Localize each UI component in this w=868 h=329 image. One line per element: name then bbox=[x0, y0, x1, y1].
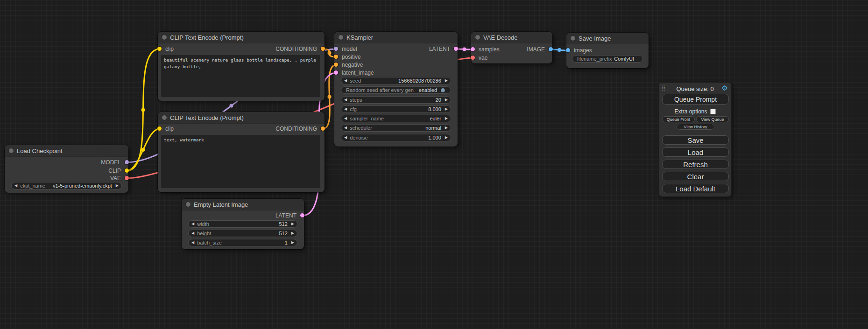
steps-widget[interactable]: steps 20 bbox=[341, 96, 451, 104]
increment-arrow-icon[interactable] bbox=[289, 221, 297, 227]
port-clip-input[interactable] bbox=[157, 47, 162, 51]
sampler-name-widget[interactable]: sampler_name euler bbox=[341, 115, 451, 122]
widget-label: sampler_name bbox=[350, 116, 384, 121]
decrement-arrow-icon[interactable] bbox=[189, 230, 197, 237]
decrement-arrow-icon[interactable] bbox=[341, 115, 350, 122]
widget-label: filename_prefix bbox=[577, 56, 612, 62]
decrement-arrow-icon[interactable] bbox=[341, 134, 350, 141]
scheduler-widget[interactable]: scheduler normal bbox=[341, 124, 451, 132]
node-title-bar[interactable]: VAE Decode bbox=[471, 32, 552, 43]
increment-arrow-icon[interactable] bbox=[442, 134, 451, 141]
decrement-arrow-icon[interactable] bbox=[341, 125, 350, 131]
link-midpoint-dot[interactable] bbox=[328, 95, 332, 99]
ckpt-name-widget[interactable]: ckpt_name v1-5-pruned-emaonly.ckpt bbox=[11, 182, 122, 189]
graph-canvas[interactable]: Load Checkpoint MODEL CLIP VAE ckpt_name… bbox=[0, 0, 868, 329]
node-vae-decode[interactable]: VAE Decode samples vae IMAGE bbox=[471, 32, 552, 63]
node-save-image[interactable]: Save Image images filename_prefix ComfyU… bbox=[566, 33, 649, 68]
link-midpoint-dot[interactable] bbox=[230, 104, 233, 108]
view-queue-button[interactable]: View Queue bbox=[696, 116, 729, 122]
clear-button[interactable]: Clear bbox=[662, 172, 729, 181]
settings-gear-icon[interactable] bbox=[722, 84, 728, 92]
node-title-bar[interactable]: Load Checkpoint bbox=[5, 145, 128, 157]
node-clip-text-encode-negative[interactable]: CLIP Text Encode (Prompt) clip CONDITION… bbox=[158, 112, 325, 192]
queue-prompt-button[interactable]: Queue Prompt bbox=[662, 94, 729, 105]
load-button[interactable]: Load bbox=[662, 147, 729, 157]
load-default-button[interactable]: Load Default bbox=[662, 184, 729, 193]
save-button[interactable]: Save bbox=[662, 135, 729, 145]
node-title-bar[interactable]: CLIP Text Encode (Prompt) bbox=[158, 112, 325, 124]
collapse-dot-icon[interactable] bbox=[162, 35, 167, 40]
node-ksampler[interactable]: KSampler model positive negative latent_… bbox=[334, 32, 458, 147]
link-midpoint-dot[interactable] bbox=[328, 51, 332, 55]
input-label-negative: negative bbox=[342, 61, 363, 69]
input-label-images: images bbox=[574, 47, 592, 54]
decrement-arrow-icon[interactable] bbox=[189, 221, 197, 227]
filename-prefix-widget[interactable]: filename_prefix ComfyUI bbox=[572, 55, 643, 63]
increment-arrow-icon[interactable] bbox=[442, 125, 451, 131]
collapse-dot-icon[interactable] bbox=[162, 115, 167, 120]
batch-size-widget[interactable]: batch_size 1 bbox=[188, 239, 297, 246]
port-vae-output[interactable] bbox=[125, 176, 129, 180]
node-clip-text-encode-positive[interactable]: CLIP Text Encode (Prompt) clip CONDITION… bbox=[158, 32, 325, 101]
refresh-button[interactable]: Refresh bbox=[662, 160, 729, 169]
collapse-dot-icon[interactable] bbox=[475, 35, 480, 40]
random-seed-toggle-widget[interactable]: Random seed after every gen enabled bbox=[341, 86, 451, 94]
increment-arrow-icon[interactable] bbox=[442, 97, 451, 103]
port-images-input[interactable] bbox=[566, 48, 570, 52]
cfg-widget[interactable]: cfg 8.000 bbox=[341, 105, 451, 113]
port-model-output[interactable] bbox=[125, 160, 129, 164]
collapse-dot-icon[interactable] bbox=[186, 202, 191, 207]
port-positive-input[interactable] bbox=[334, 55, 338, 59]
node-title-bar[interactable]: CLIP Text Encode (Prompt) bbox=[158, 32, 325, 43]
node-title-bar[interactable]: Empty Latent Image bbox=[182, 199, 304, 210]
collapse-dot-icon[interactable] bbox=[339, 35, 343, 40]
decrement-arrow-icon[interactable] bbox=[189, 239, 197, 246]
node-load-checkpoint[interactable]: Load Checkpoint MODEL CLIP VAE ckpt_name… bbox=[5, 145, 128, 193]
port-negative-input[interactable] bbox=[334, 63, 338, 67]
increment-arrow-icon[interactable] bbox=[289, 239, 297, 246]
collapse-dot-icon[interactable] bbox=[571, 36, 575, 41]
extra-options-checkbox[interactable] bbox=[710, 109, 716, 114]
width-widget[interactable]: width 512 bbox=[188, 220, 297, 228]
link-midpoint-dot[interactable] bbox=[463, 48, 466, 51]
toggle-knob-icon[interactable] bbox=[441, 88, 445, 92]
port-clip-output[interactable] bbox=[125, 168, 129, 173]
port-conditioning-output[interactable] bbox=[321, 126, 325, 131]
port-image-output[interactable] bbox=[549, 47, 553, 51]
port-latent-output[interactable] bbox=[454, 47, 458, 51]
link-midpoint-dot[interactable] bbox=[141, 148, 145, 152]
link-midpoint-dot[interactable] bbox=[557, 48, 561, 52]
port-samples-input[interactable] bbox=[471, 47, 475, 51]
node-title-bar[interactable]: KSampler bbox=[334, 32, 458, 43]
link-wire-clip-to-negative-prompt[interactable] bbox=[127, 129, 160, 171]
increment-arrow-icon[interactable] bbox=[442, 106, 451, 112]
denoise-widget[interactable]: denoise 1.000 bbox=[341, 134, 451, 141]
port-vae-input[interactable] bbox=[471, 56, 475, 60]
queue-front-button[interactable]: Queue Front bbox=[662, 116, 695, 122]
node-title: VAE Decode bbox=[483, 34, 517, 41]
port-clip-input[interactable] bbox=[157, 126, 162, 131]
widget-label: height bbox=[197, 231, 211, 236]
collapse-dot-icon[interactable] bbox=[9, 148, 14, 153]
link-midpoint-dot[interactable] bbox=[141, 108, 145, 112]
node-empty-latent-image[interactable]: Empty Latent Image LATENT width 512 heig… bbox=[182, 199, 304, 249]
height-widget[interactable]: height 512 bbox=[188, 230, 297, 237]
port-latent-image-input[interactable] bbox=[334, 70, 338, 75]
view-history-button[interactable]: View History bbox=[677, 124, 714, 130]
increment-arrow-icon[interactable] bbox=[113, 182, 121, 189]
increment-arrow-icon[interactable] bbox=[442, 77, 451, 84]
increment-arrow-icon[interactable] bbox=[289, 230, 297, 237]
prompt-textarea[interactable]: text, watermark bbox=[161, 135, 320, 188]
decrement-arrow-icon[interactable] bbox=[12, 182, 20, 189]
port-latent-output[interactable] bbox=[300, 213, 304, 217]
link-wire-clip-to-positive-prompt[interactable] bbox=[127, 49, 160, 171]
increment-arrow-icon[interactable] bbox=[442, 115, 451, 122]
port-conditioning-output[interactable] bbox=[321, 47, 325, 51]
decrement-arrow-icon[interactable] bbox=[341, 77, 350, 84]
decrement-arrow-icon[interactable] bbox=[341, 97, 350, 103]
prompt-textarea[interactable]: beautiful scenery nature glass bottle la… bbox=[161, 55, 320, 97]
node-title-bar[interactable]: Save Image bbox=[566, 33, 649, 44]
port-model-input[interactable] bbox=[334, 47, 338, 51]
decrement-arrow-icon[interactable] bbox=[341, 106, 350, 112]
seed-widget[interactable]: seed 156680208700286 bbox=[341, 77, 451, 84]
